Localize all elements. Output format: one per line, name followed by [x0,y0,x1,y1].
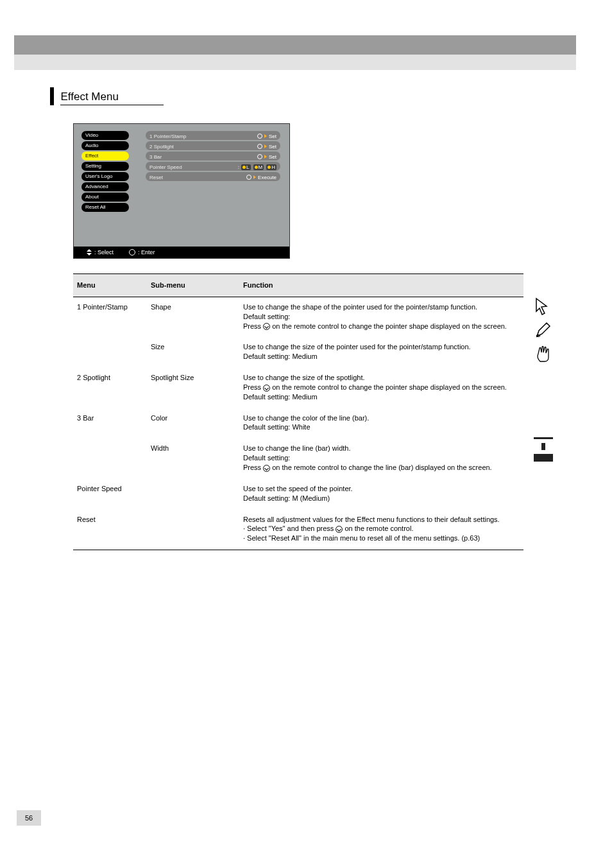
enter-icon [336,526,343,533]
cell-function: Use to change the size of the pointer us… [239,337,523,368]
enter-icon [257,134,262,139]
menu-item-setting[interactable]: Setting [81,162,129,171]
menu-left-column: VideoAudioEffectSettingUser's LogoAdvanc… [81,131,129,213]
cell-menu: Pointer Speed [73,479,147,510]
arrow-right-icon [264,155,267,159]
enter-icon [246,175,251,180]
cell-menu: 3 Bar [73,408,147,439]
table-row: Pointer SpeedUse to set the speed of the… [73,479,523,510]
cell-submenu [147,510,239,550]
enter-icon [257,154,262,159]
table-row: SizeUse to change the size of the pointe… [73,337,523,368]
projector-menu-screenshot: VideoAudioEffectSettingUser's LogoAdvanc… [73,123,290,259]
menu-footer-select: : Select [87,249,114,256]
bar-width-icons [534,437,553,462]
section-title-wrap: Effect Menu [50,87,164,105]
menu-setting-label: 2 Spotlight [149,144,174,150]
cell-function: Use to change the shape of the pointer u… [239,297,523,338]
cell-submenu: Color [147,408,239,439]
menu-footer-enter: : Enter [129,249,155,256]
menu-setting-label: Pointer Speed [149,164,182,170]
arrow-right-icon [264,144,267,148]
cell-menu [73,337,147,368]
section-title-marker [50,87,54,105]
cell-menu: 1 Pointer/Stamp [73,297,147,338]
menu-setting-pointer-speed[interactable]: Pointer Speed:LMH [146,162,280,171]
menu-setting-3-bar[interactable]: 3 BarSet [146,152,280,161]
menu-setting-value: Execute [246,175,276,180]
effect-table: Menu Sub-menu Function 1 Pointer/StampSh… [73,273,523,550]
menu-setting-reset[interactable]: ResetExecute [146,172,280,181]
menu-setting-label: 3 Bar [149,154,162,160]
cell-function: Use to set the speed of the pointer.Defa… [239,479,523,510]
menu-right-column: 1 Pointer/StampSet2 SpotlightSet3 BarSet… [146,131,280,182]
bar-thick-icon [534,454,553,462]
cell-submenu [147,479,239,510]
table-row: 1 Pointer/StampShapeUse to change the sh… [73,297,523,338]
table-row: ResetResets all adjustment values for th… [73,510,523,550]
cell-submenu: Spotlight Size [147,368,239,408]
menu-item-reset-all[interactable]: Reset All [81,203,129,212]
table-row: 3 BarColorUse to change the color of the… [73,408,523,439]
cell-function: Use to change the line (bar) width.Defau… [239,438,523,479]
pointer-shape-icons [534,297,553,363]
menu-footer-enter-text: : Enter [138,249,155,256]
menu-item-user-s-logo[interactable]: User's Logo [81,172,129,181]
section-title: Effect Menu [60,91,163,105]
cell-menu: Reset [73,510,147,550]
table-body: 1 Pointer/StampShapeUse to change the sh… [73,297,523,550]
cell-submenu: Size [147,337,239,368]
menu-setting-value: Set [257,154,276,160]
cell-function: Use to change the color of the line (bar… [239,408,523,439]
enter-icon [263,385,270,392]
cell-menu [73,438,147,479]
menu-setting-label: 1 Pointer/Stamp [149,134,186,139]
menu-footer-select-text: : Select [94,249,114,256]
header-bar [14,35,576,55]
menu-setting-value: :LMH [238,164,276,170]
menu-setting-value: Set [257,144,276,150]
cell-submenu: Width [147,438,239,479]
pointer-hand-icon [534,343,553,363]
menu-item-video[interactable]: Video [81,131,129,140]
bar-thin-icon [534,437,553,439]
cell-function: Resets all adjustment values for the Eff… [239,510,523,550]
table-header-row: Menu Sub-menu Function [73,273,523,297]
enter-icon [263,465,270,472]
arrow-right-icon [253,175,256,179]
menu-footer: : Select : Enter [74,247,289,258]
menu-setting-1-pointer-stamp[interactable]: 1 Pointer/StampSet [146,131,280,140]
menu-setting-label: Reset [149,175,163,180]
menu-setting-2-spotlight[interactable]: 2 SpotlightSet [146,141,280,150]
enter-icon [129,249,135,256]
pointer-arrow-icon [534,297,553,317]
cell-submenu: Shape [147,297,239,338]
col-menu: Menu [73,274,147,297]
bar-vertical-icon [541,443,545,450]
menu-item-about[interactable]: About [81,193,129,202]
page-number: 56 [17,810,41,826]
pointer-pen-icon [534,320,553,340]
header-sub [14,55,576,70]
enter-icon [263,323,270,330]
table-row: 2 SpotlightSpotlight SizeUse to change t… [73,368,523,408]
menu-item-effect[interactable]: Effect [81,152,129,161]
cell-function: Use to change the size of the spotlight.… [239,368,523,408]
enter-icon [257,144,262,149]
menu-setting-value: Set [257,134,276,139]
col-submenu: Sub-menu [147,274,239,297]
arrow-right-icon [264,134,267,138]
col-function: Function [239,274,523,297]
cell-menu: 2 Spotlight [73,368,147,408]
updown-icon [87,249,92,256]
table-row: WidthUse to change the line (bar) width.… [73,438,523,479]
menu-item-advanced[interactable]: Advanced [81,182,129,191]
menu-item-audio[interactable]: Audio [81,141,129,150]
